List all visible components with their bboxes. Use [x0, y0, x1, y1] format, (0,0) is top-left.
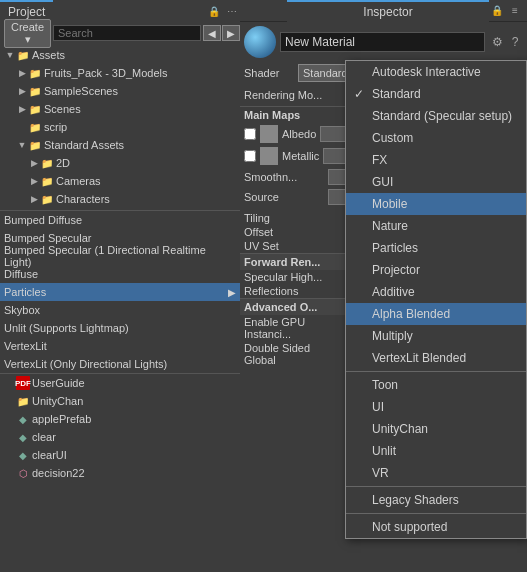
standard-label: Standard — [372, 87, 421, 101]
particles-label: Particles — [4, 286, 46, 298]
dots-icon[interactable]: ⋯ — [224, 3, 240, 19]
dropdown-item-particles[interactable]: Particles — [346, 237, 526, 259]
dropdown-item-alpha-blended[interactable]: Alpha Blended — [346, 303, 526, 325]
albedo-checkbox[interactable] — [244, 128, 256, 140]
smoothness-label: Smoothn... — [244, 171, 324, 183]
dropdown-item-ui[interactable]: UI — [346, 396, 526, 418]
sa-arrow: ▼ — [16, 139, 28, 151]
scrip-folder-icon: 📁 — [28, 120, 42, 134]
lock-icon[interactable]: 🔒 — [206, 3, 222, 19]
gpu-instancing-label: Enable GPU Instanci... — [244, 316, 344, 340]
dropdown-item-custom[interactable]: Custom — [346, 127, 526, 149]
assets-label: Assets — [32, 49, 65, 61]
nav-forward-button[interactable]: ▶ — [222, 25, 240, 41]
tree-item-standard-assets[interactable]: ▼ 📁 Standard Assets — [0, 136, 240, 154]
asset-clear[interactable]: ▶ ◆ clear — [0, 428, 240, 446]
asset-decision22[interactable]: ▶ ⬡ decision22 — [0, 464, 240, 482]
vb-label: VertexLit Blended — [372, 351, 466, 365]
custom-label: Custom — [372, 131, 413, 145]
ab-label: Alpha Blended — [372, 307, 450, 321]
tree-item-fruits[interactable]: ▶ 📁 Fruits_Pack - 3D_Models — [0, 64, 240, 82]
metallic-checkbox[interactable] — [244, 150, 256, 162]
2d-arrow: ▶ — [28, 157, 40, 169]
menu-skybox[interactable]: Skybox — [0, 301, 240, 319]
tree-item-scenes[interactable]: ▶ 📁 Scenes — [0, 100, 240, 118]
assets-tree: ▼ 📁 Assets ▶ 📁 Fruits_Pack - 3D_Models ▶… — [0, 44, 240, 210]
cam-label: Cameras — [56, 175, 101, 187]
unlit-lightmap-label: Unlit (Supports Lightmap) — [4, 322, 129, 334]
ns-label: Not supported — [372, 520, 447, 534]
menu-unlit-lightmap[interactable]: Unlit (Supports Lightmap) — [0, 319, 240, 337]
tree-item-samplescenes[interactable]: ▶ 📁 SampleScenes — [0, 82, 240, 100]
dropdown-item-projector[interactable]: Projector — [346, 259, 526, 281]
proj-label: Projector — [372, 263, 420, 277]
menu-particles[interactable]: Particles ▶ — [0, 283, 240, 301]
tree-item-scrip[interactable]: ▶ 📁 scrip — [0, 118, 240, 136]
cui-label: clearUI — [32, 449, 67, 461]
ss-label: Standard (Specular setup) — [372, 109, 512, 123]
asset-clearui[interactable]: ▶ ◆ clearUI — [0, 446, 240, 464]
pdf-icon: PDF — [16, 376, 30, 390]
fruits-folder-icon: 📁 — [28, 66, 42, 80]
dropdown-item-mobile[interactable]: Mobile — [346, 193, 526, 215]
tab-inspector[interactable]: Inspector — [287, 0, 489, 22]
skybox-label: Skybox — [4, 304, 40, 316]
dropdown-item-multiply[interactable]: Multiply — [346, 325, 526, 347]
inspector-header-icons: 🔒 ≡ — [489, 3, 527, 19]
dropdown-item-toon[interactable]: Toon — [346, 374, 526, 396]
tree-item-characters[interactable]: ▶ 📁 Characters — [0, 190, 240, 208]
dropdown-item-standard-specular[interactable]: Standard (Specular setup) — [346, 105, 526, 127]
inspector-menu-icon[interactable]: ≡ — [507, 3, 523, 19]
metallic-swatch[interactable] — [260, 147, 278, 165]
menu-vertexlit[interactable]: VertexLit — [0, 337, 240, 355]
ss-arrow: ▶ — [16, 85, 28, 97]
dropdown-item-additive[interactable]: Additive — [346, 281, 526, 303]
double-sided-label: Double Sided Global — [244, 342, 344, 366]
tree-item-cameras[interactable]: ▶ 📁 Cameras — [0, 172, 240, 190]
dropdown-item-unitychan[interactable]: UnityChan — [346, 418, 526, 440]
asset-unitychan[interactable]: ▶ 📁 UnityChan — [0, 392, 240, 410]
2d-folder-icon: 📁 — [40, 156, 54, 170]
nav-back-button[interactable]: ◀ — [203, 25, 221, 41]
d22-arrow: ▶ — [4, 467, 16, 479]
mat-settings-icon[interactable]: ⚙ — [489, 34, 505, 50]
uch-label: UnityChan — [372, 422, 428, 436]
inspector-header: Inspector 🔒 ≡ — [240, 0, 527, 22]
dropdown-item-fx[interactable]: FX — [346, 149, 526, 171]
dropdown-item-autodesk[interactable]: Autodesk Interactive — [346, 61, 526, 83]
menu-vertexlit-dir[interactable]: VertexLit (Only Directional Lights) — [0, 355, 240, 373]
ss-folder-icon: 📁 — [28, 84, 42, 98]
toon-label: Toon — [372, 378, 398, 392]
dropdown-item-unlit[interactable]: Unlit — [346, 440, 526, 462]
dropdown-item-not-supported[interactable]: Not supported — [346, 516, 526, 538]
asset-userguide[interactable]: ▶ PDF UserGuide — [0, 374, 240, 392]
legacy-label: Legacy Shaders — [372, 493, 459, 507]
material-name-input[interactable] — [280, 32, 485, 52]
menu-bumped-specular-1dir[interactable]: Bumped Specular (1 Directional Realtime … — [0, 247, 240, 265]
sa-folder-icon: 📁 — [28, 138, 42, 152]
mat-help-icon[interactable]: ? — [507, 34, 523, 50]
dropdown-item-nature[interactable]: Nature — [346, 215, 526, 237]
clear-label: clear — [32, 431, 56, 443]
dropdown-item-legacy[interactable]: Legacy Shaders — [346, 489, 526, 511]
dropdown-item-vertexlit-blended[interactable]: VertexLit Blended — [346, 347, 526, 369]
vertexlit-dir-label: VertexLit (Only Directional Lights) — [4, 358, 167, 370]
2d-label: 2D — [56, 157, 70, 169]
create-button[interactable]: Create ▾ — [4, 19, 51, 48]
search-input[interactable] — [53, 25, 201, 41]
dropdown-item-standard[interactable]: ✓ Standard — [346, 83, 526, 105]
tree-item-assets[interactable]: ▼ 📁 Assets — [0, 46, 240, 64]
project-tab-label: Project — [8, 5, 45, 19]
dropdown-item-gui[interactable]: GUI — [346, 171, 526, 193]
char-arrow: ▶ — [28, 193, 40, 205]
vertexlit-label: VertexLit — [4, 340, 47, 352]
assets-toolbar: Create ▾ ◀ ▶ — [0, 22, 240, 44]
dropdown-item-vr[interactable]: VR — [346, 462, 526, 484]
menu-bumped-diffuse[interactable]: Bumped Diffuse — [0, 211, 240, 229]
dropdown-divider-3 — [346, 513, 526, 514]
asset-appleprefab[interactable]: ▶ ◆ applePrefab — [0, 410, 240, 428]
albedo-swatch[interactable] — [260, 125, 278, 143]
inspector-lock-icon[interactable]: 🔒 — [489, 3, 505, 19]
fruits-label: Fruits_Pack - 3D_Models — [44, 67, 168, 79]
tree-item-2d[interactable]: ▶ 📁 2D — [0, 154, 240, 172]
